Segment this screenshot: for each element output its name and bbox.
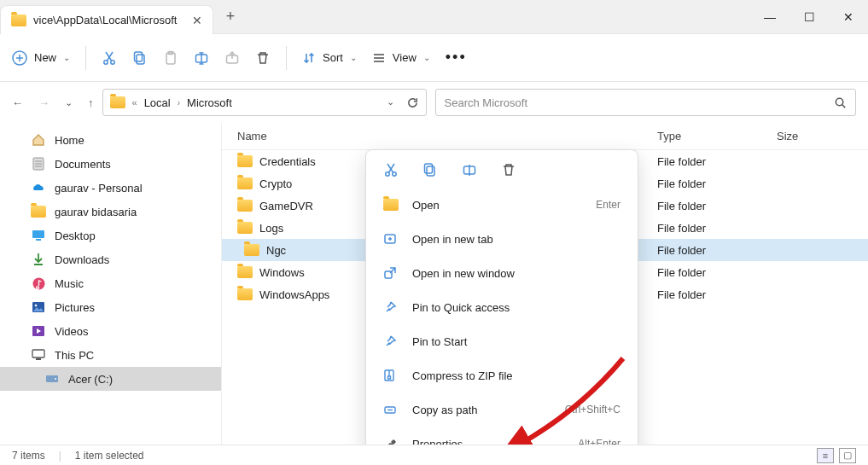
- menu-item-label: Compress to ZIP file: [412, 369, 513, 382]
- sidebar-item-music[interactable]: Music: [0, 271, 221, 295]
- file-type: File folder: [657, 222, 777, 235]
- doc-icon: [31, 157, 46, 171]
- menu-item-label: Copy as path: [412, 404, 478, 416]
- svg-rect-26: [36, 239, 41, 241]
- sidebar-item-home[interactable]: Home: [0, 128, 221, 152]
- delete-icon[interactable]: [255, 50, 271, 66]
- file-name: Logs: [259, 222, 283, 235]
- column-headers[interactable]: Name Type Size: [222, 123, 868, 150]
- sidebar-item-label: Videos: [55, 325, 89, 338]
- menu-item-open[interactable]: OpenEnter: [366, 188, 638, 222]
- onedrive-icon: [31, 183, 46, 193]
- thumbnails-view-toggle[interactable]: ▢: [839, 448, 856, 463]
- svg-point-34: [55, 378, 56, 380]
- new-label: New: [34, 51, 56, 64]
- sidebar-item-gaurav-bidasaria[interactable]: gaurav bidasaria: [0, 200, 221, 224]
- svg-rect-31: [32, 350, 44, 357]
- sidebar-item-gaurav-personal[interactable]: gaurav - Personal: [0, 176, 221, 200]
- details-view-toggle[interactable]: ≡: [817, 448, 834, 463]
- breadcrumb-item[interactable]: Microsoft: [187, 96, 232, 109]
- back-button[interactable]: ←: [12, 96, 23, 109]
- newtab-icon: [383, 232, 399, 246]
- svg-point-29: [35, 305, 38, 307]
- sidebar-item-documents[interactable]: Documents: [0, 152, 221, 176]
- chevron-down-icon: ⌄: [63, 53, 70, 62]
- sidebar-item-desktop[interactable]: Desktop: [0, 224, 221, 247]
- copypath-icon: [383, 403, 399, 416]
- sidebar-item-downloads[interactable]: Downloads: [0, 247, 221, 271]
- more-button[interactable]: •••: [446, 49, 467, 67]
- share-icon: [224, 50, 240, 66]
- sidebar-item-label: Downloads: [55, 253, 109, 266]
- drive-icon: [44, 374, 60, 384]
- cut-icon[interactable]: [383, 162, 399, 177]
- new-tab-button[interactable]: +: [213, 0, 248, 33]
- open-icon: [383, 199, 399, 211]
- copy-icon[interactable]: [422, 162, 438, 177]
- close-window-button[interactable]: ✕: [829, 0, 868, 33]
- menu-item-copy-as-path[interactable]: Copy as pathCtrl+Shift+C: [366, 392, 638, 427]
- menu-item-compress-to-zip-file[interactable]: Compress to ZIP file: [366, 358, 638, 392]
- pin-icon: [383, 300, 399, 314]
- sidebar-item-pictures[interactable]: Pictures: [0, 295, 221, 319]
- file-type: File folder: [657, 266, 777, 279]
- svg-rect-25: [32, 230, 44, 238]
- cut-icon[interactable]: [102, 50, 117, 66]
- column-size[interactable]: Size: [777, 130, 868, 142]
- svg-rect-40: [425, 164, 433, 173]
- file-name: GameDVR: [259, 200, 313, 212]
- sort-button[interactable]: Sort ⌄: [302, 51, 357, 65]
- item-count: 7 items: [12, 450, 45, 462]
- context-menu: OpenEnterOpen in new tabOpen in new wind…: [365, 149, 638, 465]
- svg-point-4: [111, 60, 114, 63]
- rename-icon[interactable]: [194, 50, 209, 66]
- file-name: Ngc: [266, 244, 286, 257]
- sidebar-item-label: Music: [55, 277, 84, 290]
- menu-item-open-in-new-window[interactable]: Open in new window: [366, 256, 638, 290]
- close-tab-icon[interactable]: ✕: [192, 14, 202, 27]
- minimize-button[interactable]: —: [750, 0, 789, 33]
- folder-icon: [237, 288, 253, 300]
- history-chevron-icon[interactable]: ⌄: [387, 96, 394, 109]
- new-button[interactable]: New ⌄: [12, 50, 70, 66]
- breadcrumb-item[interactable]: Local: [144, 96, 171, 109]
- delete-icon[interactable]: [501, 162, 516, 177]
- menu-item-pin-to-start[interactable]: Pin to Start: [366, 324, 638, 358]
- pc-icon: [31, 349, 46, 361]
- rename-icon[interactable]: [462, 162, 477, 177]
- menu-item-pin-to-quick-access[interactable]: Pin to Quick access: [366, 290, 638, 324]
- pin-icon: [383, 334, 399, 348]
- column-name[interactable]: Name: [222, 130, 657, 142]
- sidebar-item-videos[interactable]: Videos: [0, 319, 221, 343]
- view-icon: [372, 51, 386, 65]
- sidebar-item-label: Acer (C:): [68, 373, 113, 386]
- svg-rect-32: [36, 358, 41, 360]
- address-bar[interactable]: « Local › Microsoft ⌄: [102, 89, 427, 116]
- file-name: Credentials: [259, 155, 316, 168]
- window-tab[interactable]: vice\AppData\Local\Microsoft ✕: [0, 5, 213, 34]
- refresh-icon[interactable]: [406, 96, 419, 109]
- svg-point-36: [393, 172, 396, 176]
- svg-rect-8: [135, 52, 143, 61]
- sidebar-item-acer-c-[interactable]: Acer (C:): [0, 367, 221, 391]
- search-input[interactable]: Search Microsoft: [435, 89, 857, 116]
- recent-button[interactable]: ⌄: [65, 96, 73, 109]
- forward-button[interactable]: →: [38, 96, 50, 109]
- svg-point-19: [836, 98, 842, 105]
- view-button[interactable]: View ⌄: [372, 51, 430, 65]
- sidebar-item-this-pc[interactable]: This PC: [0, 343, 221, 367]
- maximize-button[interactable]: ☐: [789, 0, 829, 33]
- menu-item-label: Open: [412, 199, 440, 212]
- menu-item-open-in-new-tab[interactable]: Open in new tab: [366, 222, 638, 256]
- up-button[interactable]: ↑: [88, 96, 94, 109]
- copy-icon[interactable]: [132, 50, 148, 66]
- svg-rect-39: [427, 166, 434, 176]
- desktop-icon: [31, 230, 46, 241]
- file-type: File folder: [657, 200, 777, 212]
- search-icon: [834, 96, 847, 109]
- column-type[interactable]: Type: [657, 130, 777, 142]
- new-icon: [12, 50, 27, 66]
- sidebar-item-label: Documents: [55, 158, 111, 171]
- file-name: Windows: [259, 266, 305, 279]
- zip-icon: [383, 369, 399, 382]
